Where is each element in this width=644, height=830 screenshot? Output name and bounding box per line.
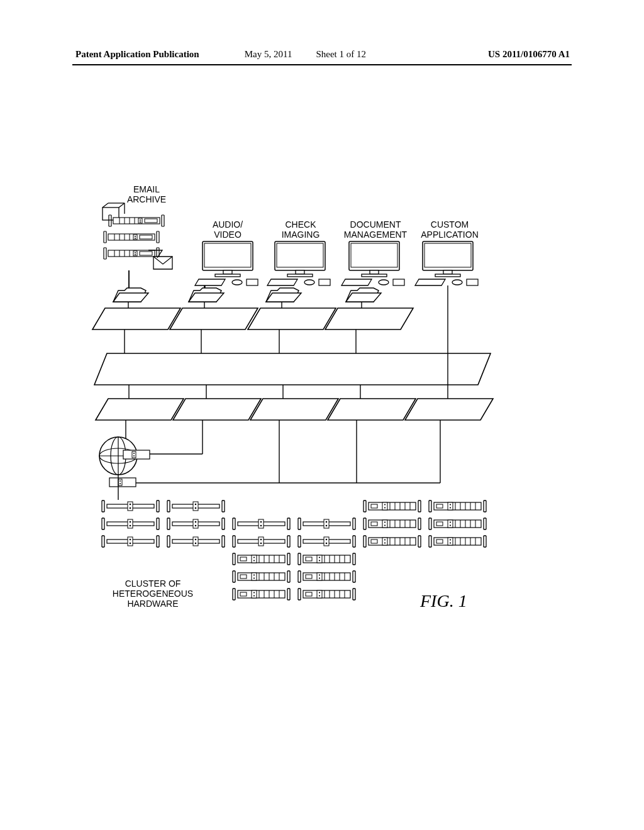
svg-point-74 — [119, 483, 121, 484]
svg-point-69 — [133, 453, 135, 454]
email-archive-icon — [103, 203, 172, 269]
para-nfs-2 — [250, 399, 338, 420]
switch-2-icon — [109, 478, 136, 487]
monitor-doc-icon — [341, 241, 404, 285]
svg-rect-67 — [123, 450, 150, 459]
server-b2 — [166, 518, 226, 529]
server-a3 — [101, 536, 160, 547]
para-email — [92, 308, 180, 329]
server-c3 — [231, 536, 291, 547]
svg-rect-72 — [118, 479, 122, 485]
para-av — [170, 308, 258, 329]
monitor-check-icon — [267, 241, 330, 285]
server-e1 — [362, 501, 422, 512]
server-e3 — [362, 536, 422, 547]
server-b3 — [166, 536, 226, 547]
server-b1 — [166, 501, 226, 512]
para-http — [405, 399, 493, 420]
svg-rect-68 — [132, 451, 136, 458]
para-fixed-content-fs — [94, 353, 491, 385]
server-d5 — [297, 571, 357, 582]
server-c6 — [231, 589, 291, 600]
server-a2 — [101, 518, 160, 529]
server-d4 — [297, 553, 357, 565]
folder-av-icon — [189, 288, 224, 302]
folder-email-icon — [113, 288, 148, 302]
server-a1 — [101, 501, 160, 512]
server-e2 — [362, 518, 422, 529]
server-c4 — [231, 553, 291, 565]
server-f2 — [428, 518, 487, 529]
svg-line-37 — [103, 203, 108, 208]
para-nfs-1 — [96, 399, 184, 420]
para-smb-2 — [328, 399, 416, 420]
monitor-av-icon — [195, 241, 258, 285]
folder-checks-icon — [266, 288, 301, 302]
svg-point-73 — [119, 480, 121, 482]
server-f3 — [428, 536, 487, 547]
server-d3 — [297, 536, 357, 547]
server-d6 — [297, 589, 357, 600]
monitor-custom-icon — [415, 241, 478, 285]
server-c2 — [231, 518, 291, 529]
server-c5 — [231, 571, 291, 582]
server-f1 — [428, 501, 487, 512]
svg-point-70 — [133, 455, 135, 456]
switch-1-icon — [123, 450, 150, 459]
para-smb-1 — [173, 399, 261, 420]
svg-line-38 — [119, 203, 125, 208]
diagram-svg — [0, 0, 644, 830]
page: Patent Application Publication May 5, 20… — [0, 0, 644, 830]
para-checks — [248, 308, 336, 329]
svg-rect-71 — [109, 478, 136, 487]
folder-documents-icon — [346, 288, 381, 302]
para-documents — [325, 308, 413, 329]
server-d2 — [297, 518, 357, 529]
